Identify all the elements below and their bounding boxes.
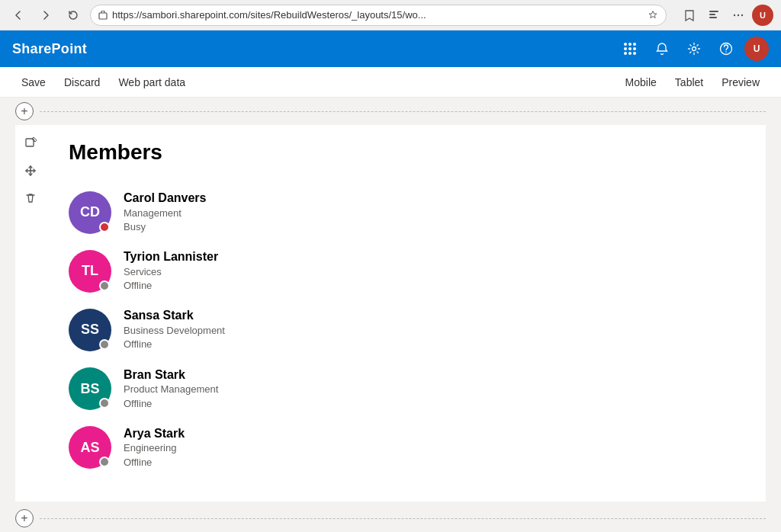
header-icons: U	[616, 35, 769, 62]
browser-chrome: https://sambori.sharepoint.com/sites/Reb…	[0, 0, 781, 30]
sharepoint-logo: SharePoint	[12, 41, 87, 57]
svg-rect-10	[26, 139, 34, 146]
svg-rect-1	[709, 11, 718, 12]
avatar-initials: TL	[82, 263, 98, 279]
status-indicator	[99, 339, 110, 350]
section-divider-top	[40, 111, 766, 112]
member-info: Tyrion Lannister Services Offline	[124, 249, 743, 293]
avatar-wrap: SS	[69, 309, 111, 351]
member-info: Bran Stark Product Management Offline	[124, 367, 743, 411]
member-info: Arya Stark Engineering Offline	[124, 426, 743, 470]
help-icon[interactable]	[712, 35, 740, 62]
apps-icon[interactable]	[616, 35, 644, 62]
status-indicator	[99, 222, 110, 232]
member-list: CD Carol Danvers Management Busy TL Tyri…	[69, 183, 743, 477]
main-content-area: +	[0, 98, 781, 532]
move-webpart-button[interactable]	[18, 159, 43, 183]
edit-canvas: Members CD Carol Danvers Management Busy…	[15, 125, 766, 502]
add-section-top-button[interactable]: +	[15, 102, 34, 120]
member-name: Carol Danvers	[124, 191, 743, 207]
notifications-icon[interactable]	[648, 35, 676, 62]
member-info: Carol Danvers Management Busy	[124, 191, 743, 234]
add-section-bottom-button[interactable]: +	[15, 509, 34, 527]
svg-rect-0	[99, 13, 107, 19]
nav-refresh-button[interactable]	[63, 5, 84, 26]
member-item: SS Sansa Stark Business Development Offl…	[69, 300, 743, 359]
preview-button[interactable]: Preview	[712, 67, 769, 98]
svg-point-6	[741, 14, 743, 15]
avatar-wrap: AS	[69, 426, 111, 469]
user-avatar[interactable]: U	[744, 37, 769, 61]
mobile-button[interactable]: Mobile	[616, 67, 666, 98]
avatar-initials: CD	[80, 204, 100, 220]
edit-webpart-button[interactable]	[18, 131, 43, 155]
member-department: Services	[124, 265, 743, 279]
member-name: Arya Stark	[124, 426, 743, 442]
avatar-initials: AS	[80, 440, 99, 456]
section-divider-bottom	[40, 518, 766, 519]
edit-toolbar: Save Discard Web part data Mobile Tablet…	[0, 67, 781, 98]
member-item: CD Carol Danvers Management Busy	[69, 183, 743, 242]
browser-user-avatar[interactable]: U	[752, 5, 773, 26]
member-name: Bran Stark	[124, 367, 743, 383]
webpart-data-button[interactable]: Web part data	[109, 67, 194, 98]
browser-action-icons: U	[679, 5, 773, 26]
address-bar[interactable]: https://sambori.sharepoint.com/sites/Reb…	[90, 5, 667, 26]
member-status: Offline	[124, 279, 743, 293]
delete-webpart-button[interactable]	[18, 186, 43, 210]
svg-rect-3	[709, 17, 717, 18]
add-section-top: +	[0, 98, 781, 125]
member-name: Tyrion Lannister	[124, 249, 743, 265]
avatar-wrap: BS	[69, 367, 111, 410]
member-department: Business Development	[124, 324, 743, 338]
member-department: Management	[124, 207, 743, 220]
member-item: AS Arya Stark Engineering Offline	[69, 418, 743, 477]
member-department: Product Management	[124, 383, 743, 396]
member-item: TL Tyrion Lannister Services Offline	[69, 242, 743, 300]
save-button[interactable]: Save	[12, 67, 55, 98]
add-section-bottom: +	[0, 505, 781, 532]
url-text: https://sambori.sharepoint.com/sites/Reb…	[112, 9, 643, 21]
webpart-content: Members CD Carol Danvers Management Busy…	[46, 125, 766, 502]
discard-button[interactable]: Discard	[55, 67, 109, 98]
reading-list-icon[interactable]	[703, 5, 725, 26]
browser-menu-icon[interactable]	[728, 5, 749, 26]
settings-icon[interactable]	[680, 35, 708, 62]
svg-point-4	[734, 14, 735, 15]
svg-point-9	[725, 51, 727, 53]
svg-point-7	[693, 47, 696, 51]
svg-point-5	[738, 14, 739, 15]
status-indicator	[99, 457, 110, 467]
member-status: Offline	[124, 456, 743, 470]
status-indicator	[99, 398, 110, 409]
avatar-initials: BS	[80, 381, 99, 397]
page-title: Members	[69, 140, 743, 165]
nav-back-button[interactable]	[8, 5, 29, 26]
avatar-initials: SS	[81, 322, 99, 338]
nav-forward-button[interactable]	[35, 5, 56, 26]
avatar-wrap: CD	[69, 191, 111, 234]
member-name: Sansa Stark	[124, 308, 743, 324]
bookmark-icon[interactable]	[679, 5, 700, 26]
edit-tools-panel	[15, 125, 46, 502]
member-item: BS Bran Stark Product Management Offline	[69, 360, 743, 418]
status-indicator	[99, 280, 110, 291]
member-status: Busy	[124, 220, 743, 234]
sharepoint-header: SharePoint	[0, 30, 781, 67]
member-status: Offline	[124, 338, 743, 351]
member-department: Engineering	[124, 441, 743, 455]
member-status: Offline	[124, 397, 743, 411]
grid-dots-icon	[624, 43, 636, 55]
member-info: Sansa Stark Business Development Offline	[124, 308, 743, 351]
svg-rect-2	[709, 14, 715, 15]
avatar-wrap: TL	[69, 250, 111, 293]
tablet-button[interactable]: Tablet	[666, 67, 712, 98]
